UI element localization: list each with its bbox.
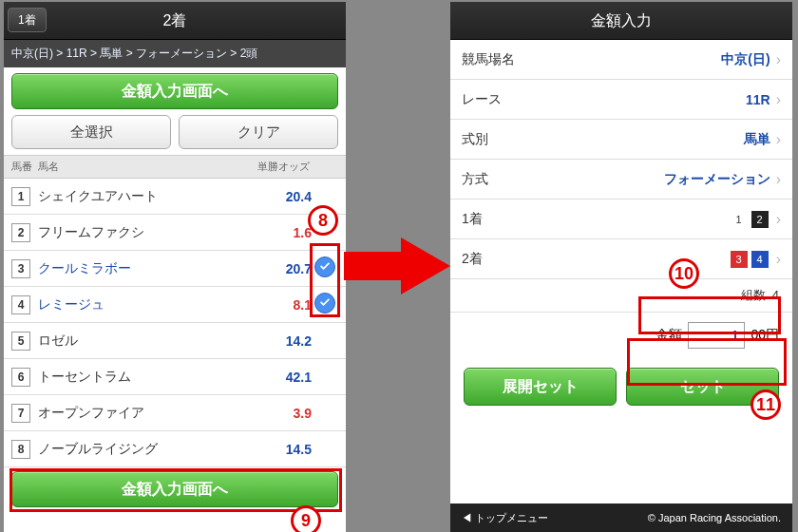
select-all-button[interactable]: 全選択 [11,115,171,149]
horse-number: 4 [11,295,30,314]
amount-input[interactable] [688,322,745,349]
go-amount-button-top[interactable]: 金額入力画面へ [11,73,338,109]
row-pos1[interactable]: 1着 12 › [450,200,792,239]
right-screen: 金額入力 競馬場名 中京(日) › レース 11R › 式別 馬単 › 方式 フ… [450,2,792,532]
horse-list: 1 シェイクユアハート 20.4 2 フリームファクシ 1.6 3 クールミラボ… [4,179,346,467]
horse-row[interactable]: 2 フリームファクシ 1.6 [4,215,346,251]
horse-chip: 4 [751,251,769,268]
row-race[interactable]: レース 11R › [450,80,792,120]
horse-number: 3 [11,259,30,278]
chevron-right-icon: › [776,211,781,228]
chevron-right-icon: › [776,51,781,68]
back-tab-button[interactable]: 1着 [8,8,47,32]
titlebar-right: 金額入力 [450,2,792,40]
horse-name: シェイクユアハート [38,188,255,205]
row-pos2[interactable]: 2着 34 › [450,239,792,279]
horse-row[interactable]: 3 クールミラボー 20.7 [4,251,346,287]
horse-odds: 42.1 [255,370,312,385]
row-type[interactable]: 式別 馬単 › [450,120,792,160]
horse-check[interactable] [312,293,338,316]
horse-chip: 1 [731,211,748,228]
horse-name: レミージュ [38,296,255,314]
horse-name: ロゼル [38,332,255,350]
chevron-right-icon: › [776,171,781,188]
horse-chip: 2 [751,211,769,228]
horse-number: 7 [11,404,30,423]
horse-check[interactable] [312,256,338,280]
horse-chip: 3 [731,251,748,268]
horse-number: 1 [11,187,30,206]
title-right: 金額入力 [591,12,652,28]
horse-row[interactable]: 7 オープンファイア 3.9 [4,395,346,431]
chevron-right-icon: › [776,131,781,148]
clear-button[interactable]: クリア [179,115,338,149]
amount-row: 金額 00円 [450,313,792,358]
horse-name: オープンファイア [38,405,255,422]
horse-odds: 20.7 [255,261,312,276]
horse-row[interactable]: 1 シェイクユアハート 20.4 [4,179,346,215]
horse-odds: 14.5 [255,442,312,457]
check-icon [314,256,335,277]
row-venue[interactable]: 競馬場名 中京(日) › [450,40,792,80]
titlebar-left: 1着 2着 [4,2,346,40]
horse-number: 6 [11,368,30,387]
row-method[interactable]: 方式 フォーメーション › [450,160,792,200]
horse-number: 8 [11,440,30,459]
go-amount-button-bottom[interactable]: 金額入力画面へ [11,471,338,507]
arrow-icon [344,238,450,294]
annotation-11: 11 [750,390,781,420]
check-icon [314,293,335,314]
horse-odds: 1.6 [255,225,312,240]
horse-odds: 8.1 [255,297,312,313]
horse-name: フリームファクシ [38,224,255,241]
left-screen: 1着 2着 中京(日) > 11R > 馬単 > フォーメーション > 2頭 金… [4,2,346,532]
annotation-10: 10 [669,258,699,289]
horse-odds: 14.2 [255,333,312,349]
copyright: © Japan Racing Association. [648,512,781,523]
horse-row[interactable]: 6 トーセントラム 42.1 [4,359,346,395]
annotation-8: 8 [308,205,338,236]
horse-name: トーセントラム [38,369,255,386]
footer: ◀ トップメニュー © Japan Racing Association. [450,504,792,532]
horse-row[interactable]: 4 レミージュ 8.1 [4,287,346,323]
horse-number: 2 [11,223,30,242]
horse-name: クールミラボー [38,260,255,277]
horse-row[interactable]: 8 ノーブルライジング 14.5 [4,431,346,467]
table-header: 馬番 馬名 単勝オッズ [4,155,346,179]
chevron-right-icon: › [776,91,781,108]
horse-number: 5 [11,332,30,351]
horse-odds: 20.4 [255,189,312,204]
breadcrumb: 中京(日) > 11R > 馬単 > フォーメーション > 2頭 [4,40,346,67]
title-left: 2着 [163,12,187,28]
chevron-right-icon: › [776,251,781,268]
svg-marker-0 [344,238,450,294]
horse-odds: 3.9 [255,406,312,421]
annotation-9: 9 [291,505,321,532]
expand-set-button[interactable]: 展開セット [464,368,617,406]
horse-row[interactable]: 5 ロゼル 14.2 [4,323,346,359]
combo-count: 組数 4 [450,279,792,313]
top-menu-link[interactable]: ◀ トップメニュー [462,511,548,525]
horse-name: ノーブルライジング [38,441,255,458]
